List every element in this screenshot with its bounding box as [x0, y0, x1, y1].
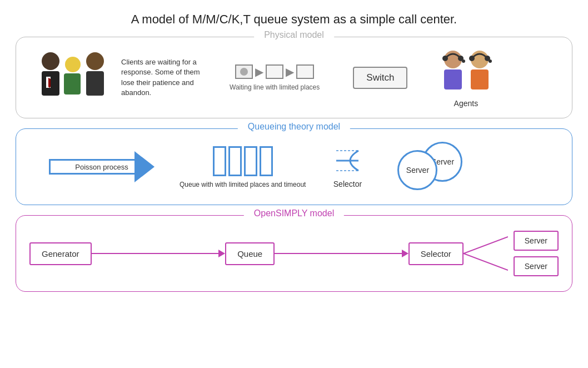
- physical-model-label: Physical model: [254, 30, 334, 40]
- queue-bar-4: [260, 146, 273, 176]
- svg-line-23: [464, 237, 508, 253]
- qt-selector: Selector: [317, 145, 378, 188]
- generator-box: Generator: [29, 242, 92, 265]
- queue-box: Queue: [225, 242, 275, 265]
- fanout-connector: Server Server: [464, 226, 559, 281]
- clients-description: Clients are waiting for a response. Some…: [121, 57, 210, 98]
- arrow-2: [402, 250, 408, 257]
- svg-rect-7: [86, 71, 104, 96]
- switch-element: Switch: [353, 67, 407, 89]
- connector-line-1: [92, 253, 219, 254]
- svg-point-0: [42, 52, 59, 70]
- svg-rect-5: [64, 73, 81, 95]
- physical-model-panel: Physical model Clients are waiting for a…: [16, 37, 572, 118]
- poisson-label: Poisson process: [75, 163, 128, 171]
- queueing-model-label: Queueing theory model: [238, 122, 350, 132]
- server-box-2: Server: [514, 256, 559, 276]
- qt-selector-label: Selector: [333, 180, 362, 188]
- server-circle-2: Server: [397, 150, 437, 190]
- agents: Agents: [435, 47, 496, 108]
- qt-servers: Server Server: [389, 139, 472, 195]
- agents-label: Agents: [454, 99, 479, 108]
- arrow-1: [218, 250, 225, 257]
- svg-point-10: [442, 56, 448, 61]
- svg-point-16: [469, 56, 475, 61]
- selector-box: Selector: [408, 242, 464, 265]
- opensimply-model-panel: OpenSIMPLY model Generator Queue Selecto…: [16, 215, 572, 292]
- svg-point-19: [489, 59, 492, 63]
- queueing-model-panel: Queueing theory model Poisson process Qu…: [16, 128, 572, 205]
- svg-rect-15: [471, 69, 489, 89]
- svg-point-6: [86, 52, 104, 70]
- switch-box: Switch: [353, 67, 407, 89]
- qt-queue: Queue with with limited places and timeo…: [180, 145, 306, 188]
- queue-bars: [213, 145, 273, 176]
- opensimply-model-label: OpenSIMPLY model: [244, 208, 344, 218]
- queue-bar-2: [228, 146, 242, 176]
- svg-point-4: [65, 57, 81, 72]
- svg-marker-3: [48, 78, 51, 88]
- svg-rect-9: [444, 69, 462, 89]
- qt-queue-label: Queue with with limited places and timeo…: [180, 181, 306, 188]
- server-box-1: Server: [514, 231, 559, 251]
- os-servers: Server Server: [514, 231, 559, 276]
- waiting-line: ▶ ▶ Waiting line with limited places: [230, 64, 320, 91]
- svg-point-13: [462, 59, 465, 63]
- waiting-line-label: Waiting line with limited places: [230, 83, 320, 91]
- client-figures: [29, 49, 116, 107]
- connector-line-2: [275, 253, 402, 254]
- svg-line-24: [464, 253, 508, 270]
- queue-bar-1: [213, 146, 226, 176]
- poisson-process: Poisson process: [29, 151, 174, 182]
- queue-bar-3: [244, 146, 257, 176]
